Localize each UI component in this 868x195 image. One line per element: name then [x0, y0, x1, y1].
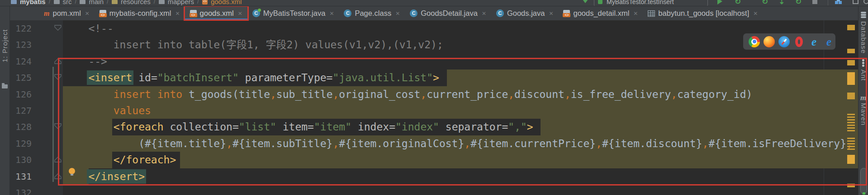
code-line[interactable]: </foreach>: [63, 152, 176, 168]
close-icon[interactable]: ✕: [238, 10, 242, 17]
tab-page-class[interactable]: C Page.class ✕: [339, 6, 405, 20]
tab-goods-xml[interactable]: goods.xml ✕: [185, 6, 247, 20]
run-configuration-select[interactable]: MyBatisTestor.testInsert: [594, 0, 708, 6]
error-stripe-mark[interactable]: [847, 122, 855, 123]
database-icon: [861, 12, 866, 14]
breadcrumb-item-resources[interactable]: resources: [121, 0, 151, 5]
internet-explorer-icon[interactable]: e: [808, 36, 820, 47]
tab-goods-java[interactable]: C Goods.java ✕: [491, 6, 559, 20]
code-line[interactable]: <!--: [63, 20, 114, 37]
tab-mybatis-config-xml[interactable]: mybatis-config.xml ✕: [95, 6, 185, 20]
error-stripe-mark[interactable]: [847, 127, 855, 129]
close-icon[interactable]: ✕: [753, 10, 758, 17]
error-stripe-mark[interactable]: [847, 155, 855, 164]
run-button[interactable]: [715, 0, 725, 6]
stop-button[interactable]: [810, 0, 820, 6]
close-icon[interactable]: ✕: [85, 10, 90, 17]
code-row[interactable]: 128 <foreach collection="list" item="ite…: [10, 119, 858, 135]
tab-goodsdetail-java[interactable]: C GoodsDetail.java ✕: [405, 6, 491, 20]
error-stripe-mark[interactable]: [847, 93, 855, 99]
fold-end-icon[interactable]: [54, 156, 62, 162]
close-icon[interactable]: ✕: [175, 10, 180, 17]
error-stripe-mark[interactable]: [847, 138, 855, 139]
breadcrumb-item-mybatis[interactable]: mybatis: [20, 0, 46, 5]
close-icon[interactable]: ✕: [329, 10, 334, 17]
code-row[interactable]: 132: [10, 185, 858, 195]
breadcrumb-item-main[interactable]: main: [89, 0, 104, 5]
breadcrumb-item-src[interactable]: src: [63, 0, 72, 5]
code-row[interactable]: 130 </foreach>: [10, 152, 858, 168]
intention-lightbulb-icon[interactable]: [69, 168, 75, 174]
code-line[interactable]: -->: [63, 53, 107, 70]
maven-file-icon: m: [44, 9, 49, 18]
code-editor[interactable]: 122 <!-- 123 insert into table(字段1, 字段2)…: [10, 20, 858, 195]
ant-tool-button[interactable]: Ant: [860, 70, 868, 81]
error-stripe-mark[interactable]: [847, 60, 855, 65]
code-row[interactable]: 124 -->: [10, 53, 858, 70]
code-row[interactable]: 122 <!--: [10, 20, 858, 37]
fold-collapse-icon[interactable]: [54, 74, 62, 80]
toolbar-divider: [828, 0, 828, 5]
breadcrumb: mybatis / src / main / resources / mappe…: [11, 0, 242, 6]
tab-pom-xml[interactable]: m pom.xml ✕: [39, 6, 95, 20]
error-stripe-mark[interactable]: [847, 116, 855, 118]
modules-icon[interactable]: [834, 0, 844, 6]
code-line[interactable]: <foreach collection="list" item="item" i…: [63, 119, 533, 135]
safari-icon[interactable]: [778, 36, 790, 47]
error-stripe-mark[interactable]: [847, 125, 855, 126]
code-row[interactable]: 126 insert into t_goods(title,sub_title,…: [10, 86, 858, 102]
close-icon[interactable]: ✕: [633, 10, 638, 17]
error-stripe-mark[interactable]: [847, 114, 855, 115]
code-row[interactable]: 129 (#{item.title},#{item.subTitle},#{it…: [10, 135, 858, 152]
code-line[interactable]: (#{item.title},#{item.subTitle},#{item.o…: [63, 135, 853, 152]
fold-end-icon[interactable]: [54, 173, 62, 179]
error-stripe-mark[interactable]: [847, 140, 855, 142]
code-line[interactable]: <insert id="batchInsert" parameterType="…: [63, 70, 439, 86]
database-tool-button[interactable]: Database: [860, 21, 868, 54]
breadcrumb-item-mappers[interactable]: mappers: [168, 0, 194, 5]
line-number: 130: [10, 152, 32, 168]
error-stripe-mark[interactable]: [847, 146, 855, 147]
scrollbar-thumb[interactable]: [860, 168, 867, 194]
fold-collapse-icon[interactable]: [54, 123, 62, 130]
firefox-icon[interactable]: [764, 36, 775, 47]
tab-goods-detail-xml[interactable]: goods_detail.xml ✕: [558, 6, 643, 20]
error-stripe-mark[interactable]: [847, 119, 855, 121]
maven-tool-button[interactable]: Maven: [860, 103, 868, 125]
code-row[interactable]: 127 values: [10, 102, 858, 119]
error-stripe-mark[interactable]: [847, 184, 855, 187]
opera-icon[interactable]: [795, 37, 803, 47]
error-stripe-mark[interactable]: [847, 25, 855, 30]
fold-end-icon[interactable]: [54, 58, 62, 64]
tab-mybatistestor-java[interactable]: C MyBatisTestor.java ✕: [247, 6, 339, 20]
edge-icon[interactable]: e: [823, 36, 835, 47]
project-tool-button[interactable]: 1: Project: [1, 4, 9, 62]
code-line[interactable]: values: [63, 102, 151, 119]
code-line[interactable]: </insert>: [63, 168, 145, 185]
error-stripe-mark[interactable]: [847, 149, 855, 150]
run-config-chevron-icon[interactable]: [580, 0, 590, 6]
code-row-current[interactable]: 131 </insert>: [10, 168, 858, 185]
close-icon[interactable]: ✕: [482, 10, 486, 17]
rerun-icon[interactable]: ↻: [733, 0, 743, 6]
breadcrumb-item-goods-xml[interactable]: goods.xml: [211, 0, 242, 5]
close-icon[interactable]: ✕: [395, 10, 400, 17]
tab-babytun-t-goods[interactable]: babytun.t_goods [localhost] ✕: [643, 6, 763, 20]
error-stripe-mark[interactable]: [847, 72, 855, 85]
error-stripe-mark[interactable]: [847, 130, 855, 131]
search-everywhere-icon[interactable]: [861, 0, 868, 6]
coverage-icon[interactable]: ⇣: [777, 0, 787, 6]
update-icon[interactable]: ↻: [760, 0, 770, 6]
fold-collapse-icon[interactable]: [54, 25, 62, 31]
code-line[interactable]: insert into table(字段1, 字段2) values(v1,v2…: [63, 37, 443, 53]
profiler-icon[interactable]: ↻: [793, 0, 803, 6]
java-test-class-icon: C: [252, 9, 260, 17]
code-row[interactable]: 123 insert into table(字段1, 字段2) values(v…: [10, 37, 858, 53]
window-icon[interactable]: [850, 0, 860, 6]
close-icon[interactable]: ✕: [549, 10, 553, 17]
error-stripe-mark[interactable]: [847, 143, 855, 144]
error-stripe-mark[interactable]: [847, 49, 855, 53]
code-line[interactable]: insert into t_goods(title,sub_title,orig…: [63, 86, 752, 102]
code-row[interactable]: 125 <insert id="batchInsert" parameterTy…: [10, 70, 858, 86]
chrome-icon[interactable]: [749, 36, 760, 47]
